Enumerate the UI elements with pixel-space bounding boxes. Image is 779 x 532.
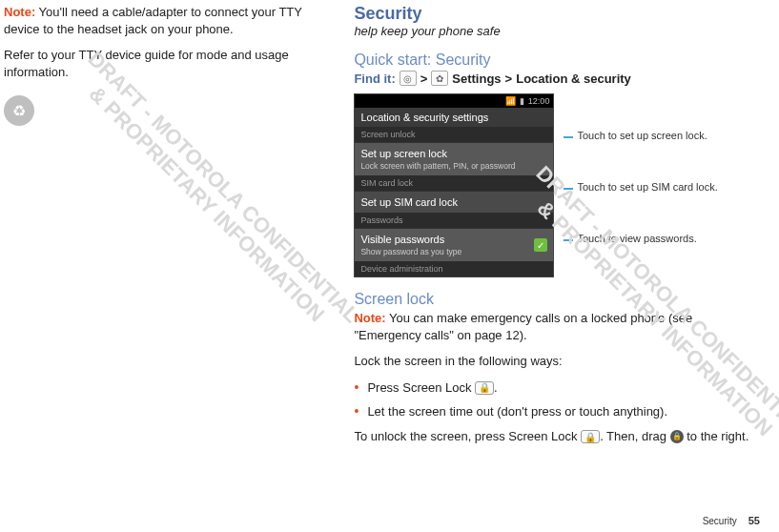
apps-icon: ◎ — [400, 71, 417, 86]
lock-ways-intro: Lock the screen in the following ways: — [354, 353, 760, 370]
checkbox-icon[interactable]: ✓ — [534, 238, 547, 252]
phone-section-screen-unlock: Screen unlock — [355, 127, 553, 142]
gt1: > — [420, 72, 428, 86]
row-main: Visible passwords — [360, 234, 528, 245]
settings-text: Settings — [452, 72, 501, 86]
row-sub: Lock screen with pattern, PIN, or passwo… — [360, 161, 547, 171]
find-it-label: Find it: — [354, 72, 395, 86]
phone-screenshot: 📶 ▮ 12:00 Location & security settings S… — [354, 93, 554, 277]
page-footer: Security 55 — [703, 515, 760, 526]
phone-header: Location & security settings — [355, 108, 553, 127]
section-subtitle: help keep your phone safe — [354, 24, 760, 38]
left-column: Note: You'll need a cable/adapter to con… — [4, 4, 316, 454]
unlock-b: . Then, drag — [600, 429, 669, 443]
phone-section-sim: SIM card lock — [355, 175, 553, 191]
tty-refer: Refer to your TTY device guide for mode … — [4, 47, 316, 80]
row-main: Set up SIM card lock — [360, 196, 547, 208]
lock-key-icon: 🔒 — [581, 430, 600, 443]
section-title: Security — [354, 4, 760, 24]
list-item: Press Screen Lock 🔒. — [354, 379, 760, 397]
lock-key-icon: 🔒 — [475, 381, 494, 395]
phone-section-passwords: Passwords — [355, 213, 553, 228]
phone-section-device-admin: Device administration — [355, 261, 553, 276]
recycle-glyph: ♻ — [12, 102, 26, 120]
screen-lock-note: Note: You can make emergency calls on a … — [354, 310, 760, 343]
unlock-c: to the right. — [684, 429, 749, 443]
right-column: Security help keep your phone safe Quick… — [354, 4, 760, 454]
phone-row-sim-lock[interactable]: Set up SIM card lock — [355, 191, 553, 213]
signal-icon: 📶 — [505, 96, 516, 106]
callout-passwords: Touch to view passwords. — [564, 233, 717, 245]
callouts: Touch to set up screen lock. Touch to se… — [564, 93, 717, 277]
status-time: 12:00 — [528, 96, 550, 106]
row-main: Set up screen lock — [360, 148, 547, 159]
phone-row-screen-lock[interactable]: Set up screen lock Lock screen with patt… — [355, 142, 553, 175]
quick-start-heading: Quick start: Security — [354, 51, 760, 69]
note-text: You'll need a cable/adapter to connect y… — [4, 5, 302, 36]
note-text: You can make emergency calls on a locked… — [354, 311, 692, 342]
unlock-instructions: To unlock the screen, press Screen Lock … — [354, 428, 760, 445]
unlock-a: To unlock the screen, press Screen Lock — [354, 429, 581, 443]
callout-screen-lock: Touch to set up screen lock. — [564, 130, 717, 142]
status-bar: 📶 ▮ 12:00 — [355, 94, 553, 108]
list-item: Let the screen time out (don't press or … — [354, 403, 760, 420]
note-label: Note: — [354, 311, 385, 325]
gear-icon: ✿ — [431, 71, 448, 86]
battery-icon: ▮ — [520, 96, 524, 106]
recycle-icon: ♻ — [4, 95, 34, 126]
tty-note: Note: You'll need a cable/adapter to con… — [4, 4, 316, 37]
phone-row-visible-passwords[interactable]: Visible passwords Show password as you t… — [355, 228, 553, 261]
callout-sim-lock: Touch to set up SIM card lock. — [564, 181, 717, 194]
gt2: > — [505, 72, 513, 86]
phone-screenshot-area: 📶 ▮ 12:00 Location & security settings S… — [354, 93, 760, 277]
row-sub: Show password as you type — [360, 247, 528, 256]
li-text-a: Press Screen Lock — [367, 380, 475, 395]
find-it-line: Find it: ◎ > ✿ Settings > Location & sec… — [354, 71, 760, 86]
location-security-text: Location & security — [516, 72, 631, 86]
li-text-b: . — [494, 380, 498, 395]
drag-lock-icon: 🔒 — [670, 430, 684, 443]
footer-section: Security — [703, 516, 737, 526]
page: Note: You'll need a cable/adapter to con… — [0, 0, 779, 463]
lock-ways-list: Press Screen Lock 🔒. Let the screen time… — [354, 379, 760, 420]
note-label: Note: — [4, 5, 35, 19]
screen-lock-heading: Screen lock — [354, 291, 760, 308]
page-number: 55 — [748, 515, 760, 526]
